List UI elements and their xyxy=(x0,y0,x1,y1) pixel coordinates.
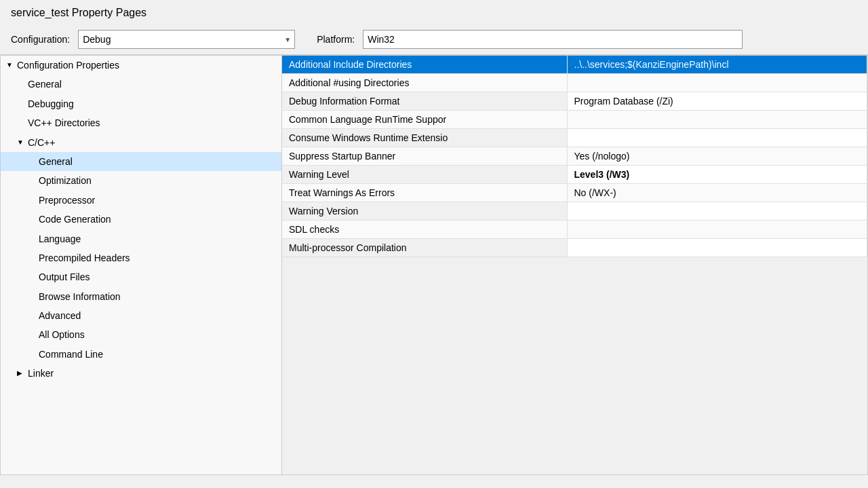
sidebar-item-cpp[interactable]: ▼ C/C++ xyxy=(1,133,281,152)
table-row[interactable]: SDL checks xyxy=(282,221,867,239)
sidebar-item-cpp-advanced[interactable]: Advanced xyxy=(1,306,281,325)
prop-name-cell: Suppress Startup Banner xyxy=(282,147,567,166)
sidebar: ▼ Configuration Properties General Debug… xyxy=(1,56,282,474)
prop-value-cell xyxy=(567,239,867,257)
prop-name-cell: Warning Version xyxy=(282,202,567,221)
config-bar: Configuration: Debug Release All Configu… xyxy=(0,24,868,55)
prop-name-cell: Common Language RunTime Suppor xyxy=(282,111,567,129)
sidebar-item-debugging[interactable]: Debugging xyxy=(1,94,281,113)
content-area: Additional Include Directories..\..\serv… xyxy=(282,56,867,474)
prop-value-cell xyxy=(567,111,867,129)
platform-label: Platform: xyxy=(317,34,355,45)
table-row[interactable]: Suppress Startup BannerYes (/nologo) xyxy=(282,147,867,166)
prop-name-cell: Consume Windows Runtime Extensio xyxy=(282,129,567,147)
sidebar-item-general[interactable]: General xyxy=(1,75,281,94)
prop-value-cell: Program Database (/Zi) xyxy=(567,92,867,111)
table-row[interactable]: Warning LevelLevel3 (/W3) xyxy=(282,166,867,184)
prop-value-cell: Level3 (/W3) xyxy=(567,166,867,184)
table-row[interactable]: Additional #using Directories xyxy=(282,74,867,92)
prop-name-cell: Multi-processor Compilation xyxy=(282,239,567,257)
prop-value-cell: No (/WX-) xyxy=(567,184,867,202)
sidebar-item-cpp-code-gen[interactable]: Code Generation xyxy=(1,210,281,229)
prop-value-cell xyxy=(567,221,867,239)
prop-value-cell xyxy=(567,129,867,147)
prop-table: Additional Include Directories..\..\serv… xyxy=(282,56,867,257)
sidebar-item-cpp-precompiled[interactable]: Precompiled Headers xyxy=(1,248,281,267)
prop-name-cell: Debug Information Format xyxy=(282,92,567,111)
arrow-icon: ▼ xyxy=(6,60,14,71)
page-title: service_test Property Pages xyxy=(11,7,146,18)
config-label: Configuration: xyxy=(11,34,70,45)
sidebar-item-config-props[interactable]: ▼ Configuration Properties xyxy=(1,56,281,75)
linker-arrow-icon: ▶ xyxy=(17,368,25,379)
prop-name-cell: Additional #using Directories xyxy=(282,74,567,92)
main-content: ▼ Configuration Properties General Debug… xyxy=(0,55,868,475)
table-row[interactable]: Multi-processor Compilation xyxy=(282,239,867,257)
sidebar-item-cpp-all-options[interactable]: All Options xyxy=(1,325,281,344)
config-select-wrapper[interactable]: Debug Release All Configurations xyxy=(78,30,295,49)
sidebar-item-cpp-preprocessor[interactable]: Preprocessor xyxy=(1,191,281,210)
prop-value-cell: ..\..\services;$(KanziEnginePath)\incl xyxy=(567,56,867,74)
sidebar-item-cpp-cmdline[interactable]: Command Line xyxy=(1,345,281,364)
sidebar-item-vc-dirs[interactable]: VC++ Directories xyxy=(1,113,281,132)
prop-name-cell: Additional Include Directories xyxy=(282,56,567,74)
prop-value-cell xyxy=(567,74,867,92)
table-row[interactable]: Consume Windows Runtime Extensio xyxy=(282,129,867,147)
sidebar-item-linker[interactable]: ▶ Linker xyxy=(1,364,281,383)
sidebar-item-cpp-general[interactable]: General xyxy=(1,152,281,171)
cpp-arrow-icon: ▼ xyxy=(17,137,25,148)
table-row[interactable]: Common Language RunTime Suppor xyxy=(282,111,867,129)
prop-value-cell xyxy=(567,202,867,221)
title-bar: service_test Property Pages xyxy=(0,0,868,24)
table-row[interactable]: Treat Warnings As ErrorsNo (/WX-) xyxy=(282,184,867,202)
table-row[interactable]: Debug Information FormatProgram Database… xyxy=(282,92,867,111)
sidebar-item-cpp-output[interactable]: Output Files xyxy=(1,267,281,286)
prop-name-cell: Treat Warnings As Errors xyxy=(282,184,567,202)
table-row[interactable]: Additional Include Directories..\..\serv… xyxy=(282,56,867,74)
table-row[interactable]: Warning Version xyxy=(282,202,867,221)
platform-input[interactable] xyxy=(363,30,743,49)
prop-value-cell: Yes (/nologo) xyxy=(567,147,867,166)
sidebar-item-cpp-language[interactable]: Language xyxy=(1,229,281,248)
prop-name-cell: SDL checks xyxy=(282,221,567,239)
sidebar-item-cpp-optimization[interactable]: Optimization xyxy=(1,171,281,190)
sidebar-item-cpp-browse[interactable]: Browse Information xyxy=(1,287,281,306)
prop-name-cell: Warning Level xyxy=(282,166,567,184)
config-select[interactable]: Debug Release All Configurations xyxy=(78,30,295,49)
